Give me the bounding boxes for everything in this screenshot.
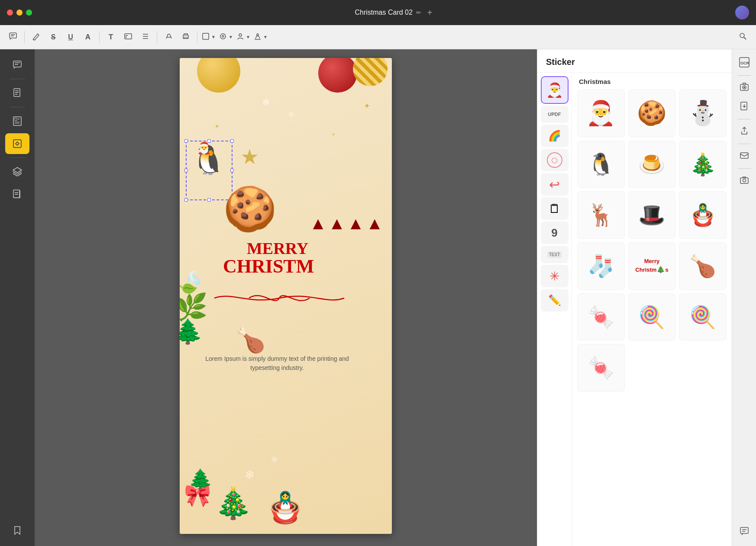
category-label: Christmas — [577, 78, 727, 85]
text-highlight-button[interactable]: A — [80, 29, 96, 45]
category-pencil[interactable]: ✏️ — [541, 289, 569, 312]
right-toolbar: OCR — [732, 49, 756, 546]
person-button[interactable]: ▼ — [236, 29, 251, 45]
candy-yellow-sticker-icon: 🍭 — [638, 305, 665, 330]
email-button[interactable] — [736, 148, 753, 165]
person-icon — [236, 32, 244, 42]
sidebar-bookmarks-button[interactable] — [5, 111, 29, 132]
share-button[interactable] — [736, 123, 753, 140]
sticker-penguin[interactable]: 🐧 — [577, 141, 625, 188]
sticker-nutcracker[interactable]: 🪆 — [679, 191, 727, 239]
numbers-category-icon: 9 — [551, 226, 557, 240]
underline-button[interactable]: U — [63, 29, 78, 45]
edit-title-icon[interactable]: ✏ — [416, 9, 421, 16]
shape-button[interactable]: ▼ — [201, 29, 216, 45]
sticker-pudding[interactable]: 🍮 — [628, 141, 676, 188]
sidebar-pages-button[interactable] — [5, 83, 29, 103]
add-tab-button[interactable]: + — [425, 7, 435, 19]
category-special[interactable]: ✳ — [541, 265, 569, 287]
category-shapes[interactable]: ○ — [541, 149, 569, 171]
minimize-button[interactable] — [16, 10, 23, 16]
lorem-text: Lorem Ipsum is simply dummy text of the … — [197, 354, 357, 373]
canvas-document: ★ ✦ ✦ ✦ ❄ ❄ 🐧 — [180, 58, 392, 534]
active-indicator — [8, 136, 11, 139]
category-paper[interactable]: 🗒 — [541, 197, 569, 220]
list-button[interactable] — [138, 29, 153, 45]
sticker-santa-hat[interactable]: 🎩 — [628, 191, 676, 239]
sticker-merry-christmas-text[interactable]: MerryChristm🎄s — [628, 242, 676, 290]
close-button[interactable] — [7, 10, 13, 16]
pen-button[interactable] — [28, 29, 44, 45]
panel-title: Sticker — [546, 57, 575, 67]
snapshot-button[interactable] — [736, 79, 753, 96]
toolbar: S U A T — [0, 25, 756, 49]
sidebar-divider-2 — [10, 107, 25, 107]
svg-rect-41 — [741, 102, 747, 110]
category-christmas[interactable]: 🎅 — [541, 76, 569, 104]
sticker-candy-yellow[interactable]: 🍭 — [628, 293, 676, 341]
svg-point-44 — [743, 179, 746, 182]
search-icon — [739, 32, 747, 42]
maximize-button[interactable] — [26, 10, 32, 16]
sticker-reindeer[interactable]: 🦌 — [577, 191, 625, 239]
rt-divider-2 — [738, 119, 751, 119]
svg-rect-42 — [740, 153, 748, 158]
handle-mr[interactable] — [230, 169, 234, 172]
reindeer-sticker-icon: 🦌 — [588, 202, 614, 228]
stamp-button[interactable]: ▼ — [253, 29, 268, 45]
camera-button[interactable] — [736, 172, 753, 189]
sidebar-bookmark2-button[interactable] — [5, 520, 29, 541]
category-emoji[interactable]: 🌈 — [541, 125, 569, 147]
edit2-button[interactable]: ▼ — [218, 29, 234, 45]
handle-tl[interactable] — [184, 139, 188, 143]
sticker-stocking[interactable]: 🧦 — [577, 242, 625, 290]
handle-ml[interactable] — [184, 169, 188, 172]
star-decoration: ★ — [240, 145, 259, 169]
sticker-snowman[interactable]: ⛄ — [679, 90, 727, 137]
chat-button[interactable] — [736, 524, 753, 541]
rt-divider-4 — [738, 168, 751, 169]
sticker-tree[interactable]: 🎄 — [679, 141, 727, 188]
canvas-area[interactable]: ★ ✦ ✦ ✦ ❄ ❄ 🐧 — [35, 49, 537, 546]
avatar[interactable] — [735, 6, 749, 19]
ocr-button[interactable]: OCR — [736, 55, 753, 72]
edit2-icon — [219, 32, 227, 42]
sticker-santa[interactable]: 🎅 — [577, 90, 625, 137]
print-button[interactable] — [178, 29, 194, 45]
tab-area: Christmas Card 02 ✏ + — [41, 7, 749, 19]
svg-point-13 — [220, 34, 226, 39]
category-updf[interactable]: UPDF — [541, 106, 569, 123]
handle-bm[interactable] — [207, 198, 211, 202]
text-button[interactable]: T — [103, 29, 119, 45]
category-numbers[interactable]: 9 — [541, 222, 569, 244]
comment-button[interactable] — [5, 29, 21, 45]
gingerbread-sticker: 🍪 — [223, 183, 277, 234]
snowflake-2: ❄ — [288, 110, 294, 119]
strikethrough-button[interactable]: S — [45, 29, 61, 45]
category-arrows[interactable]: ↩ — [541, 173, 569, 196]
text-icon: T — [109, 33, 113, 42]
sticker-candy-blue[interactable]: 🍭 — [679, 293, 727, 341]
highlight-pen-button[interactable] — [161, 29, 176, 45]
turkey-sticker-icon: 🍗 — [689, 254, 716, 279]
shape-dropdown-icon: ▼ — [211, 35, 216, 39]
sticker-gingerbread[interactable]: 🍪 — [628, 90, 676, 137]
sidebar-layers-button[interactable] — [5, 161, 29, 182]
sticker-turkey[interactable]: 🍗 — [679, 242, 727, 290]
sticker-candy-green[interactable]: 🍬 — [577, 344, 625, 392]
star-small-2: ✦ — [214, 123, 220, 130]
save-pdf-button[interactable] — [736, 98, 753, 116]
search-button[interactable] — [735, 29, 751, 45]
sidebar-attachments-button[interactable] — [5, 184, 29, 205]
bottom-tree: 🎄 — [214, 485, 252, 521]
svg-rect-20 — [13, 61, 21, 67]
handle-bl[interactable] — [184, 198, 188, 202]
category-text-stickers[interactable]: TEXT — [541, 246, 569, 263]
sticker-candy-red[interactable]: 🍬 — [577, 293, 625, 341]
sidebar-comments-button[interactable] — [5, 55, 29, 75]
handle-tr[interactable] — [230, 139, 234, 143]
penguin-sticker-icon: 🐧 — [588, 152, 614, 177]
divider-1 — [24, 31, 25, 43]
textbox-button[interactable] — [120, 29, 136, 45]
sidebar-sticker-button[interactable] — [5, 133, 29, 154]
